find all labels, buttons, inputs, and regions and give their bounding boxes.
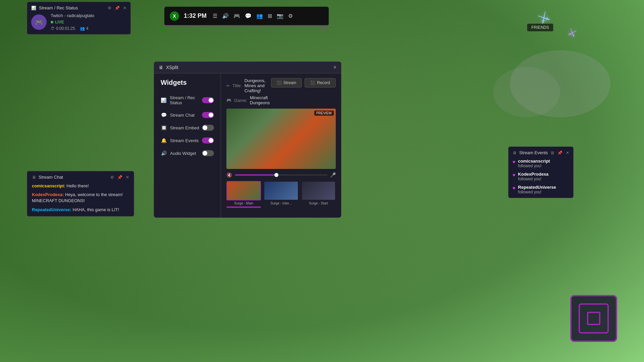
xbox-menu-icon[interactable]: ☰	[213, 13, 217, 19]
xbox-icons-group: ☰ 🔊 🎮 💬 👥 ⊞ 📷 ⚙	[213, 13, 293, 19]
chat-pin-btn[interactable]: 📌	[117, 175, 122, 180]
stream-rec-icon: 📊	[31, 6, 36, 10]
stream-duration: 0:00:01:25	[56, 26, 75, 31]
xbox-chat-icon[interactable]: 💬	[245, 13, 252, 19]
events-controls: ⊞ 📌 ✕	[551, 150, 569, 155]
xbox-controller-icon[interactable]: 🎮	[233, 13, 240, 19]
audio-mute-icon[interactable]: 🔇	[226, 172, 232, 178]
widget-item-stream-events[interactable]: 🔔 Stream Events	[154, 134, 221, 147]
xsplit-widgets-panel: Widgets 📊 Stream / Rec Status 💬 Stream C…	[154, 73, 221, 218]
chat-close-btn[interactable]: ✕	[126, 175, 129, 180]
chat-messages: comicsanscript: Hello there! KodexProdex…	[32, 183, 129, 213]
event-info-1: comicsanscript followed you!	[518, 159, 550, 168]
title-pencil-icon: ✏	[226, 83, 230, 88]
stream-events-widget-label: Stream Events	[170, 138, 199, 143]
audio-slider-track[interactable]	[235, 174, 327, 176]
toggle-thumb-events	[209, 138, 213, 143]
game-value: Minecraft Dungeons	[250, 95, 271, 105]
widget-item-stream-rec[interactable]: 📊 Stream / Rec Status	[154, 92, 221, 109]
stream-meta: ⏱ 0:00:01:25 👥 4	[51, 26, 126, 31]
audio-bar: 🔇 🎤	[226, 172, 336, 178]
event-item-3: ♥ RepeatedUniverse followed you!	[513, 185, 569, 194]
preview-game-image	[226, 109, 336, 169]
xbox-volume-icon[interactable]: 🔊	[222, 13, 229, 19]
clock-icon: ⏱	[51, 26, 55, 31]
chat-settings-btn[interactable]: ⚙	[110, 175, 114, 180]
stream-button[interactable]: ⬛ Stream	[271, 78, 302, 87]
widgets-heading: Widgets	[154, 79, 221, 92]
scene-thumb-main[interactable]: Surge - Main	[226, 181, 261, 208]
game-label: Game:	[234, 98, 247, 103]
stream-embed-toggle[interactable]	[202, 125, 214, 131]
widget-title-left: 📊 Stream / Rec Status	[31, 5, 78, 10]
stream-btn-label: Stream	[283, 80, 297, 85]
event-heart-2: ♥	[513, 172, 515, 178]
widget-item-stream-chat[interactable]: 💬 Stream Chat	[154, 109, 221, 121]
audio-slider-thumb	[274, 173, 278, 177]
widget-item-left-stream-rec: 📊 Stream / Rec Status	[161, 95, 202, 105]
audio-slider-fill	[235, 174, 276, 176]
stream-rec-toggle[interactable]	[202, 97, 214, 103]
widget-item-audio[interactable]: 🔊 Audio Widget	[154, 147, 221, 160]
live-dot	[51, 21, 53, 23]
scene-thumb-inter[interactable]: Surge - Inter...	[264, 181, 298, 208]
event-action-1: followed you!	[518, 164, 550, 168]
preview-badge: PREVIEW	[314, 111, 334, 116]
event-info-3: RepeatedUniverse followed you!	[518, 185, 556, 194]
mic-icon[interactable]: 🎤	[330, 172, 336, 178]
record-btn-icon: ⬛	[310, 80, 315, 85]
stream-details: ✏ Title: Dungeons, Mines and Crafting! 🎮…	[226, 78, 271, 105]
events-title-bar: 🖥 Stream Events ⊞ 📌 ✕	[513, 150, 569, 155]
scene-thumbnails: Surge - Main Surge - Inter... Surge - St…	[226, 181, 336, 208]
viewers-count: 4	[86, 26, 89, 31]
scene-bg-main	[227, 182, 260, 200]
toggle-thumb-embed	[203, 125, 207, 130]
xsplit-body: Widgets 📊 Stream / Rec Status 💬 Stream C…	[154, 73, 341, 218]
events-pin-btn[interactable]: 📌	[557, 150, 562, 155]
stream-events-widget-icon: 🔔	[161, 138, 167, 143]
stream-events-toggle[interactable]	[202, 137, 214, 143]
events-title-left: 🖥 Stream Events	[513, 150, 548, 155]
twitch-icon: 🎮	[35, 18, 43, 26]
xbox-settings-icon[interactable]: ⚙	[288, 13, 293, 19]
audio-toggle[interactable]	[202, 150, 214, 156]
audio-widget-label: Audio Widget	[170, 151, 196, 156]
xbox-bar: X 1:32 PM ☰ 🔊 🎮 💬 👥 ⊞ 📷 ⚙	[164, 7, 329, 26]
game-controller-icon: 🎮	[226, 98, 231, 103]
event-item-2: ♥ KodexProdexa followed you!	[513, 172, 569, 181]
logo-innermost	[587, 312, 600, 325]
stream-chat-toggle[interactable]	[202, 112, 214, 118]
chat-username-1: comicsanscript:	[32, 183, 65, 188]
scene-label-main: Surge - Main	[226, 201, 261, 205]
friends-badge[interactable]: FRIENDS	[527, 23, 553, 32]
events-expand-btn[interactable]: ⊞	[551, 150, 554, 155]
xbox-friends-icon[interactable]: 👥	[256, 13, 263, 19]
widget-pin-btn[interactable]: 📌	[115, 6, 120, 10]
stream-rec-widget-label: Stream / Rec Status	[170, 95, 202, 105]
title-label: Title:	[232, 83, 242, 88]
widget-close-btn[interactable]: ✕	[123, 6, 126, 10]
stream-title-row: ✏ Title: Dungeons, Mines and Crafting!	[226, 78, 271, 93]
widget-settings-btn[interactable]: ⚙	[108, 6, 111, 10]
record-button[interactable]: ⬛ Record	[305, 78, 336, 87]
xsplit-close-btn[interactable]: ×	[333, 64, 336, 70]
audio-widget-icon: 🔊	[161, 150, 167, 156]
xbox-capture-icon[interactable]: 📷	[277, 13, 283, 19]
viewers-icon: 👥	[80, 26, 85, 31]
logo-inner	[579, 303, 609, 334]
cloud-decoration-2	[493, 67, 560, 117]
scene-thumb-start[interactable]: Surge - Start	[301, 181, 336, 208]
duration-item: ⏱ 0:00:01:25	[51, 26, 75, 31]
chat-title-left: 🖥 Stream Chat	[32, 175, 63, 180]
event-username-1: comicsanscript	[518, 159, 550, 164]
event-info-2: KodexProdexa followed you!	[518, 172, 548, 181]
widget-item-stream-embed[interactable]: 🔲 Stream Embed	[154, 121, 221, 134]
xsplit-window-icon: 🖥	[159, 65, 163, 70]
xbox-snap-icon[interactable]: ⊞	[268, 13, 272, 19]
chat-text-1: Hello there!	[66, 183, 89, 188]
stream-btn-icon: ⬛	[277, 80, 282, 85]
events-close-btn[interactable]: ✕	[566, 150, 569, 155]
stream-embed-widget-label: Stream Embed	[170, 125, 199, 130]
widget-title-bar: 📊 Stream / Rec Status ⚙ 📌 ✕	[31, 5, 126, 10]
chat-window-icon: 🖥	[32, 175, 36, 180]
